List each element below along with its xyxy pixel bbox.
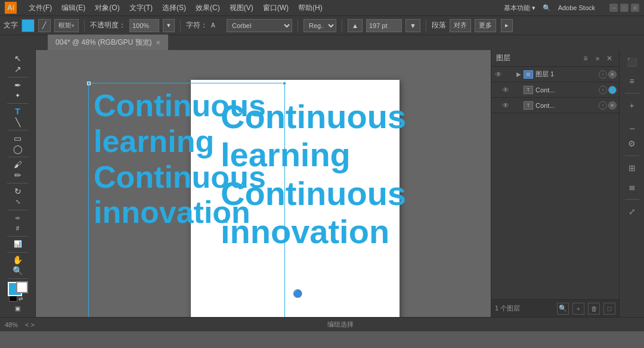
menu-file[interactable]: 文件(F): [29, 3, 52, 13]
tool-label: 文字: [4, 20, 18, 30]
hand-tool[interactable]: ✋: [5, 255, 30, 265]
far-right-grid[interactable]: ⊞: [623, 160, 641, 176]
layer-row-group[interactable]: 👁 ▶ ▦ 图层 1 ○ ■: [491, 67, 619, 82]
direct-select-tool[interactable]: ↗: [5, 64, 30, 74]
blend-tool[interactable]: ∞: [5, 213, 30, 222]
select-tool[interactable]: ↖: [5, 54, 30, 63]
tool-sep8: [7, 252, 29, 253]
tool-sep4: [7, 157, 29, 157]
opacity-input[interactable]: [129, 19, 159, 32]
layer-name-2: Cont...: [535, 102, 596, 109]
menu-edit[interactable]: 编辑(E): [61, 3, 85, 13]
menu-select[interactable]: 选择(S): [162, 3, 186, 13]
menu-object[interactable]: 对象(O): [95, 3, 119, 13]
menu-effect[interactable]: 效果(C): [196, 3, 220, 13]
menu-bar: Ai 文件(F) 编辑(E) 对象(O) 文字(T) 选择(S) 效果(C) 视…: [0, 0, 644, 15]
far-right-layers[interactable]: ≡: [623, 73, 641, 89]
panel-close-icon[interactable]: ✕: [605, 54, 614, 63]
main-area: ↖ ↗ ✒ ✦ T ╲ ▭ ◯ 🖌 ✏ ↻ ⤡ ∞ # 📊 ✋ 🔍 ⇄: [0, 50, 644, 317]
rotate-tool[interactable]: ↻: [5, 187, 30, 196]
layer-target-1[interactable]: ○: [599, 86, 607, 94]
layer-select[interactable]: ■: [608, 70, 617, 79]
line-tool[interactable]: ╲: [5, 117, 30, 127]
pen-tool[interactable]: ✒: [5, 80, 30, 90]
stroke-toggle[interactable]: ╱: [38, 19, 51, 32]
handle-top-right[interactable]: [283, 82, 286, 85]
extra-btn[interactable]: ▸: [501, 19, 513, 32]
layer-row-text2[interactable]: 👁 T Cont... ○ ■: [491, 98, 619, 113]
tool-sep1: [7, 77, 29, 77]
chart-tool[interactable]: 📊: [5, 240, 30, 249]
far-right-settings[interactable]: ⚙: [623, 135, 641, 152]
layer-icon-1: T: [524, 86, 533, 94]
menu-text[interactable]: 文字(T): [129, 3, 153, 13]
font-style-selector[interactable]: Reg...: [304, 19, 336, 32]
menu-window[interactable]: 窗口(W): [263, 3, 289, 13]
far-right-transform[interactable]: ⤢: [623, 203, 641, 220]
zoom-tool[interactable]: 🔍: [5, 266, 30, 275]
app-icon: Ai: [5, 2, 17, 14]
toolbar: 文字 ╱ 框矩 ▾ 不透明度： ▾ 字符： A Corbel Reg... ▲ …: [0, 15, 644, 35]
panel-menu-icon[interactable]: ≡: [581, 54, 590, 63]
sep1: [84, 20, 85, 32]
nav-arrows[interactable]: < >: [25, 321, 35, 328]
color-mode[interactable]: ▣: [5, 304, 30, 313]
stock-label[interactable]: Adobe Stock: [558, 4, 595, 11]
far-right-subtract[interactable]: ⎯: [623, 116, 641, 133]
canvas-area[interactable]: Continuous learning Continuous innovatio…: [36, 50, 491, 317]
add-layer-icon[interactable]: +: [572, 303, 584, 315]
scale-tool[interactable]: ⤡: [5, 197, 30, 207]
layer-target-2[interactable]: ○: [599, 101, 607, 110]
layer-lock-1[interactable]: [513, 86, 521, 94]
reset-colors[interactable]: [9, 296, 17, 302]
maximize-button[interactable]: □: [620, 4, 628, 12]
layer-vis-1[interactable]: 👁: [501, 85, 510, 95]
align-options[interactable]: 对齐: [450, 19, 471, 32]
layer-row-text1[interactable]: 👁 T Cont... ○ ■: [491, 82, 619, 98]
workspace-selector[interactable]: 基本功能 ▾: [504, 4, 535, 13]
paint-brush[interactable]: 🖌: [5, 160, 30, 169]
mesh-tool[interactable]: #: [5, 223, 30, 233]
text-left-selected[interactable]: Continuous learning Continuous innovatio…: [88, 83, 285, 317]
far-right-add[interactable]: +: [623, 97, 641, 114]
document-tab[interactable]: 004* @ 48% (RGB/GPU 预览) ✕: [48, 35, 168, 50]
rect-tool[interactable]: ▭: [5, 133, 30, 143]
anchor-tool[interactable]: ✦: [5, 91, 30, 101]
far-right-sep3: [625, 199, 639, 200]
color-picker[interactable]: [21, 19, 35, 32]
search-icon[interactable]: 🔍: [543, 4, 551, 12]
type-tool[interactable]: T: [5, 107, 30, 116]
pencil-tool[interactable]: ✏: [5, 170, 30, 180]
more-options[interactable]: 更多: [475, 19, 496, 32]
delete-layer-icon[interactable]: 🗑: [588, 303, 600, 315]
font-size-input[interactable]: [366, 19, 402, 32]
handle-top-left[interactable]: [87, 82, 91, 85]
layer-select-2[interactable]: ■: [608, 101, 617, 110]
font-selector[interactable]: Corbel: [227, 19, 292, 32]
swap-colors[interactable]: ⇄: [18, 296, 27, 302]
minimize-button[interactable]: ─: [609, 4, 618, 12]
menu-help[interactable]: 帮助(H): [298, 3, 323, 13]
layer-lock-toggle[interactable]: [506, 70, 514, 79]
ellipse-tool[interactable]: ◯: [5, 144, 30, 154]
panel-expand-icon[interactable]: »: [593, 54, 602, 63]
tab-close-button[interactable]: ✕: [156, 39, 160, 46]
layer-expand-arrow[interactable]: ▶: [516, 71, 521, 77]
size-down[interactable]: ▼: [405, 19, 420, 32]
border-type[interactable]: 框矩 ▾: [54, 19, 79, 32]
layer-vis-2[interactable]: 👁: [501, 101, 510, 110]
opacity-options[interactable]: ▾: [163, 19, 175, 32]
layer-visibility-toggle[interactable]: 👁: [494, 70, 503, 79]
far-right-top[interactable]: ⬛: [623, 54, 641, 70]
size-up[interactable]: ▲: [348, 19, 363, 32]
search-layer-icon[interactable]: 🔍: [557, 303, 569, 315]
menu-view[interactable]: 视图(V): [230, 3, 253, 13]
layer-target[interactable]: ○: [599, 70, 607, 79]
far-right-panel: ⬛ ≡ + ⎯ ⚙ ⊞ ≣ ⤢: [619, 50, 644, 317]
new-layer-icon[interactable]: □: [603, 303, 615, 315]
layer-lock-2[interactable]: [513, 101, 521, 110]
far-right-align[interactable]: ≣: [623, 179, 641, 195]
close-button[interactable]: ✕: [631, 4, 639, 12]
layer-select-1[interactable]: ■: [608, 86, 617, 94]
background-color[interactable]: [16, 281, 28, 293]
